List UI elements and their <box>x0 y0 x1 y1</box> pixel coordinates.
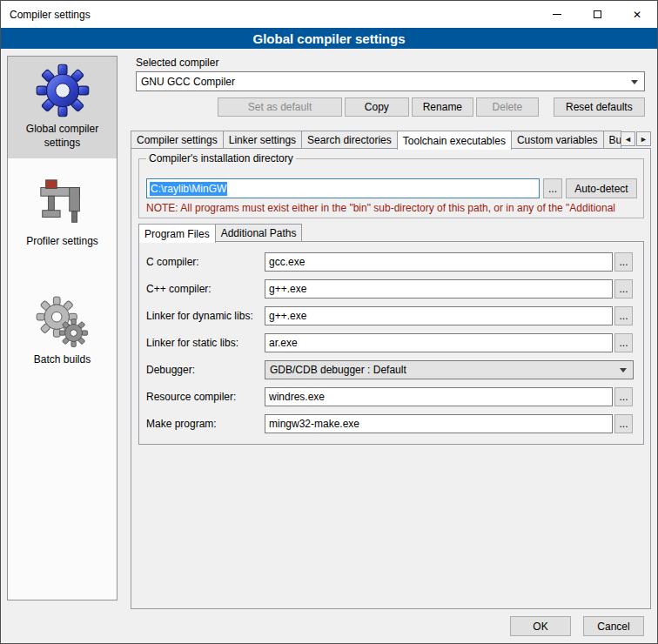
tab-search-directories[interactable]: Search directories <box>301 131 398 148</box>
copy-button[interactable]: Copy <box>345 97 409 117</box>
note-text: NOTE: All programs must exist either in … <box>146 202 643 214</box>
c-compiler-input[interactable] <box>265 252 613 272</box>
tab-compiler-settings[interactable]: Compiler settings <box>131 131 224 148</box>
sidebar-item-label: Global compiler settings <box>10 123 114 150</box>
tab-linker-settings[interactable]: Linker settings <box>223 131 302 148</box>
c-compiler-browse-button[interactable]: ... <box>614 252 633 272</box>
close-icon: ✕ <box>633 9 641 21</box>
cpp-compiler-browse-button[interactable]: ... <box>614 279 633 299</box>
reset-defaults-button[interactable]: Reset defaults <box>554 97 645 117</box>
tab-scroll-left-button[interactable]: ◄ <box>621 131 635 146</box>
window-controls: ✕ <box>537 1 657 28</box>
installation-directory-group: Compiler's installation directory C:\ray… <box>138 158 644 218</box>
sidebar-item-batch-builds[interactable]: Batch builds <box>8 287 117 376</box>
compiler-toolbar: Set as default Copy Rename Delete Reset … <box>136 97 645 117</box>
resource-compiler-label: Resource compiler: <box>146 387 236 406</box>
tab-bar: Compiler settings Linker settings Search… <box>131 130 651 148</box>
installation-directory-input[interactable]: C:\raylib\MinGW <box>146 178 540 198</box>
static-linker-browse-button[interactable]: ... <box>614 333 633 352</box>
static-linker-label: Linker for static libs: <box>146 333 238 352</box>
header-banner: Global compiler settings <box>1 28 657 49</box>
ok-button[interactable]: OK <box>510 616 571 636</box>
subtab-program-files[interactable]: Program Files <box>138 224 216 243</box>
delete-button[interactable]: Delete <box>476 97 539 117</box>
gray-gears-icon <box>36 294 90 348</box>
make-program-label: Make program: <box>146 414 217 433</box>
sidebar: Global compiler settings Profiler settin… <box>7 56 118 600</box>
cpp-compiler-label: C++ compiler: <box>146 279 212 299</box>
close-button[interactable]: ✕ <box>617 1 657 28</box>
tab-toolchain-executables[interactable]: Toolchain executables <box>397 131 512 150</box>
resource-compiler-input[interactable] <box>265 387 613 406</box>
debugger-select-value: GDB/CDB debugger : Default <box>270 364 406 376</box>
make-program-input[interactable] <box>265 414 613 433</box>
program-subtab-bar: Program Files Additional Paths <box>138 223 644 241</box>
tab-scroll-arrows: ◄ ► <box>621 131 651 148</box>
page-title: Global compiler settings <box>252 31 405 46</box>
maximize-button[interactable] <box>577 1 617 28</box>
auto-detect-button[interactable]: Auto-detect <box>566 178 637 198</box>
chevron-down-icon <box>620 368 627 372</box>
blue-gear-icon <box>36 64 90 117</box>
sidebar-item-label: Profiler settings <box>26 235 98 249</box>
maximize-icon <box>594 10 601 18</box>
cpp-compiler-input[interactable] <box>265 279 613 299</box>
dynamic-linker-label: Linker for dynamic libs: <box>146 306 253 325</box>
cancel-button[interactable]: Cancel <box>583 616 644 636</box>
debugger-select[interactable]: GDB/CDB debugger : Default <box>265 360 634 379</box>
compiler-select-value: GNU GCC Compiler <box>141 76 235 88</box>
rename-button[interactable]: Rename <box>412 97 474 117</box>
compiler-select[interactable]: GNU GCC Compiler <box>136 71 645 91</box>
sidebar-item-label: Batch builds <box>34 353 91 367</box>
selected-path-text: C:\raylib\MinGW <box>150 182 227 196</box>
resource-compiler-browse-button[interactable]: ... <box>614 387 633 406</box>
debugger-label: Debugger: <box>146 360 195 379</box>
c-compiler-label: C compiler: <box>146 252 199 272</box>
tab-scroll-right-button[interactable]: ► <box>636 131 651 146</box>
installation-directory-legend: Compiler's installation directory <box>146 152 296 164</box>
selected-compiler-label: Selected compiler <box>136 57 218 69</box>
window-title: Compiler settings <box>10 9 91 21</box>
set-as-default-button[interactable]: Set as default <box>218 97 342 117</box>
dynamic-linker-browse-button[interactable]: ... <box>614 306 633 325</box>
sidebar-item-global-compiler-settings[interactable]: Global compiler settings <box>8 57 117 158</box>
minimize-icon <box>553 14 561 15</box>
program-files-panel: C compiler: ... C++ compiler: ... Linker… <box>138 241 644 445</box>
dynamic-linker-input[interactable] <box>265 306 613 325</box>
sidebar-item-profiler-settings[interactable]: Profiler settings <box>8 169 117 258</box>
static-linker-input[interactable] <box>265 333 613 352</box>
subtab-additional-paths[interactable]: Additional Paths <box>215 224 303 241</box>
tab-custom-variables[interactable]: Custom variables <box>511 131 604 148</box>
chevron-down-icon <box>631 80 638 84</box>
toolchain-executables-panel: Compiler's installation directory C:\ray… <box>131 148 651 609</box>
minimize-button[interactable] <box>537 1 577 28</box>
profiler-tool-icon <box>36 176 90 230</box>
make-program-browse-button[interactable]: ... <box>614 414 633 433</box>
titlebar: Compiler settings ✕ <box>1 1 657 28</box>
installation-directory-browse-button[interactable]: ... <box>543 178 562 198</box>
tab-build-options[interactable]: Buil <box>603 131 621 148</box>
